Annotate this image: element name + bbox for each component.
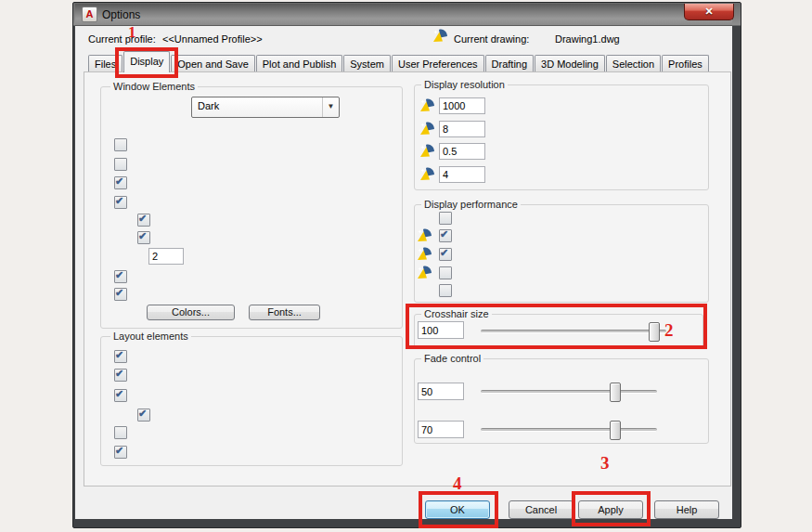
check-icon: ✔ bbox=[138, 230, 147, 242]
tab-profiles[interactable]: Profiles bbox=[662, 55, 709, 72]
crosshair-size-input[interactable] bbox=[418, 321, 464, 339]
checkbox-create-viewport[interactable]: ✔ bbox=[114, 446, 127, 459]
cancel-button[interactable]: Cancel bbox=[509, 500, 574, 519]
tab-strip: Files Display Open and Save Plot and Pub… bbox=[88, 52, 710, 72]
checkbox-true-silhouettes[interactable]: ✔ bbox=[439, 284, 452, 297]
checkbox-text-boundary-frame[interactable]: ✔ bbox=[439, 266, 452, 279]
chevron-down-icon[interactable]: ▼ bbox=[322, 97, 339, 117]
current-drawing-label: Current drawing: bbox=[454, 33, 529, 45]
checkbox-paper-shadow[interactable]: ✔ bbox=[137, 409, 150, 422]
annotation-number-4: 4 bbox=[453, 474, 462, 494]
group-display-performance bbox=[414, 204, 709, 303]
checkbox-printable-area[interactable]: ✔ bbox=[114, 369, 127, 382]
tab-selection[interactable]: Selection bbox=[606, 55, 661, 72]
check-icon: ✔ bbox=[115, 269, 123, 281]
inplace-slider-thumb[interactable] bbox=[610, 421, 621, 440]
checkbox-display-scroll-bars[interactable]: ✔ bbox=[114, 138, 127, 151]
checkbox-extended-tooltips[interactable]: ✔ bbox=[137, 231, 150, 244]
tab-open-and-save[interactable]: Open and Save bbox=[171, 55, 254, 72]
drawing-file-icon bbox=[417, 247, 432, 261]
crosshair-slider-thumb[interactable] bbox=[649, 322, 660, 342]
group-title-crosshair-size: Crosshair size bbox=[421, 308, 492, 319]
current-profile-value: <<Unnamed Profile>> bbox=[162, 33, 263, 45]
title-bar[interactable] bbox=[75, 4, 732, 26]
checkbox-highlight-raster-frame[interactable]: ✔ bbox=[439, 229, 452, 242]
check-icon: ✔ bbox=[115, 287, 123, 299]
drawing-file-icon bbox=[419, 144, 435, 158]
check-icon: ✔ bbox=[440, 247, 448, 259]
group-title-window-elements: Window Elements bbox=[110, 81, 198, 92]
color-scheme-select[interactable]: Dark ▼ bbox=[191, 97, 340, 118]
tooltip-delay-input[interactable] bbox=[148, 248, 184, 265]
checkbox-shortcut-keys-tooltips[interactable]: ✔ bbox=[137, 214, 150, 227]
tab-plot-and-publish[interactable]: Plot and Publish bbox=[256, 55, 343, 72]
tab-system[interactable]: System bbox=[343, 55, 391, 72]
check-icon: ✔ bbox=[115, 175, 123, 188]
group-title-fade-control: Fade control bbox=[421, 353, 483, 364]
checkbox-paper-background[interactable]: ✔ bbox=[114, 389, 127, 402]
autocad-logo-icon: A bbox=[82, 6, 97, 22]
tab-user-preferences[interactable]: User Preferences bbox=[392, 55, 484, 72]
ok-button[interactable]: OK bbox=[425, 500, 490, 519]
annotation-number-1: 1 bbox=[128, 23, 136, 42]
group-title-layout-elements: Layout elements bbox=[110, 331, 191, 342]
rendered-smoothness-input[interactable] bbox=[439, 143, 485, 160]
fonts-button[interactable]: Fonts... bbox=[249, 305, 320, 320]
checkbox-page-setup-manager[interactable]: ✔ bbox=[114, 426, 127, 439]
inplace-edit-slider[interactable] bbox=[481, 428, 657, 432]
help-button[interactable]: Help bbox=[654, 500, 719, 519]
group-window-elements bbox=[100, 86, 403, 329]
checkbox-large-buttons[interactable]: ✔ bbox=[114, 158, 127, 171]
check-icon: ✔ bbox=[440, 228, 448, 240]
tab-drafting[interactable]: Drafting bbox=[485, 55, 535, 72]
current-drawing-value: Drawing1.dwg bbox=[555, 33, 620, 45]
contour-lines-input[interactable] bbox=[439, 166, 485, 183]
check-icon: ✔ bbox=[115, 195, 123, 207]
checkbox-pan-zoom-raster[interactable]: ✔ bbox=[439, 212, 452, 225]
crosshair-size-slider[interactable] bbox=[481, 330, 666, 333]
drawing-file-icon bbox=[419, 122, 435, 136]
current-profile-label: Current profile: bbox=[88, 33, 156, 45]
tab-files[interactable]: Files bbox=[88, 55, 122, 72]
close-button[interactable]: ✕ bbox=[684, 4, 734, 20]
checkbox-layout-model-tabs[interactable]: ✔ bbox=[114, 350, 127, 363]
check-icon: ✔ bbox=[115, 388, 123, 400]
group-title-display-performance: Display performance bbox=[421, 199, 521, 210]
options-dialog-screenshot: A Options ✕ Current profile: <<Unnamed P… bbox=[0, 0, 812, 532]
apply-button[interactable]: Apply bbox=[578, 500, 643, 519]
drawing-file-icon bbox=[417, 266, 432, 279]
checkbox-show-tooltips[interactable]: ✔ bbox=[114, 196, 127, 209]
arc-smoothness-input[interactable] bbox=[439, 97, 485, 114]
inplace-edit-input[interactable] bbox=[418, 421, 464, 438]
xref-display-slider[interactable] bbox=[481, 390, 657, 394]
annotation-number-2: 2 bbox=[664, 320, 674, 341]
xref-display-input[interactable] bbox=[418, 383, 464, 400]
color-scheme-value: Dark bbox=[198, 100, 219, 111]
annotation-number-3: 3 bbox=[600, 453, 610, 474]
drawing-file-icon bbox=[432, 29, 448, 43]
tab-display[interactable]: Display bbox=[123, 51, 170, 72]
checkbox-rollover-tooltips[interactable]: ✔ bbox=[114, 270, 127, 283]
checkbox-apply-solid-fill[interactable]: ✔ bbox=[439, 248, 452, 261]
checkbox-display-file-tabs[interactable]: ✔ bbox=[114, 288, 127, 301]
group-title-display-resolution: Display resolution bbox=[421, 79, 508, 90]
drawing-file-icon bbox=[419, 98, 435, 112]
colors-button[interactable]: Colors... bbox=[147, 305, 235, 320]
window-title: Options bbox=[102, 8, 140, 21]
checkbox-resize-ribbon-icons[interactable]: ✔ bbox=[114, 176, 127, 189]
check-icon: ✔ bbox=[115, 349, 123, 361]
check-icon: ✔ bbox=[115, 368, 123, 380]
drawing-file-icon bbox=[417, 228, 432, 242]
drawing-file-icon bbox=[419, 167, 435, 181]
xref-slider-thumb[interactable] bbox=[610, 383, 621, 402]
check-icon: ✔ bbox=[138, 408, 147, 420]
check-icon: ✔ bbox=[115, 445, 123, 457]
check-icon: ✔ bbox=[138, 213, 147, 225]
tab-3d-modeling[interactable]: 3D Modeling bbox=[535, 55, 605, 72]
group-layout-elements bbox=[100, 336, 403, 466]
polyline-segments-input[interactable] bbox=[439, 121, 485, 137]
